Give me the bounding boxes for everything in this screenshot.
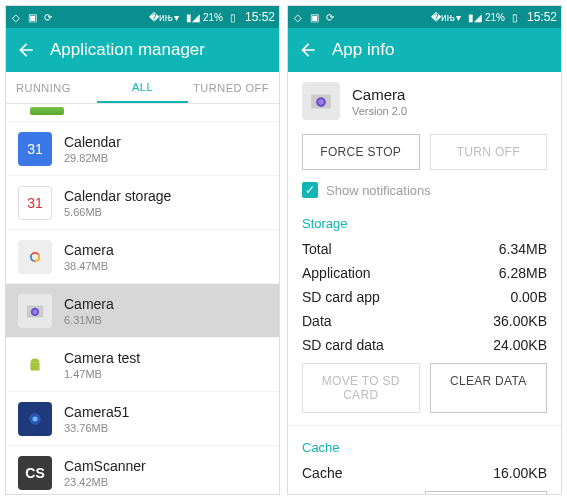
vibrate-icon: �ињ [155, 11, 167, 23]
signal-icon: ▮◢ [187, 11, 199, 23]
tab-turned-off[interactable]: TURNED OFF [188, 74, 279, 102]
page-title: Application manager [50, 40, 205, 60]
storage-data: Data36.00KB [288, 309, 561, 333]
battery-icon: ▯ [509, 11, 521, 23]
divider [288, 425, 561, 426]
list-item[interactable]: 31 Calendar 29.82MB [6, 122, 279, 176]
list-item[interactable]: Camera 38.47MB [6, 230, 279, 284]
clear-cache-button[interactable]: CLEAR CACHE [425, 491, 548, 494]
camera-icon [18, 240, 52, 274]
list-item-selected[interactable]: Camera 6.31MB [6, 284, 279, 338]
battery-icon: ▯ [227, 11, 239, 23]
app-size: 5.66MB [64, 206, 171, 218]
wifi-icon: ▾ [171, 11, 183, 23]
list-item[interactable]: 31 Calendar storage 5.66MB [6, 176, 279, 230]
app-name: Camera [64, 296, 114, 312]
cache-size: Cache16.00KB [288, 461, 561, 485]
battery-percent: 21% [485, 12, 505, 23]
clock: 15:52 [527, 10, 557, 24]
list-item[interactable] [6, 104, 279, 122]
app-version: Version 2.0 [352, 105, 407, 117]
tabs: RUNNING ALL TURNED OFF [6, 72, 279, 104]
show-notifications-row[interactable]: ✓ Show notifications [288, 176, 561, 208]
refresh-icon: ⟳ [42, 11, 54, 23]
app-size: 23.42MB [64, 476, 146, 488]
app-name: Calendar [64, 134, 121, 150]
checkbox-checked-icon[interactable]: ✓ [302, 182, 318, 198]
list-item[interactable]: CS CamScanner 23.42MB [6, 446, 279, 494]
button-row: CLEAR CACHE [288, 485, 561, 494]
vibrate-icon: �ињ [437, 11, 449, 23]
storage-application: Application6.28MB [288, 261, 561, 285]
list-item[interactable]: Camera test 1.47MB [6, 338, 279, 392]
refresh-icon: ⟳ [324, 11, 336, 23]
app-name: Camera [64, 242, 114, 258]
app-list[interactable]: 31 Calendar 29.82MB 31 Calendar storage … [6, 104, 279, 494]
clock: 15:52 [245, 10, 275, 24]
app-size: 29.82MB [64, 152, 121, 164]
camera-notification-icon: ▣ [308, 11, 320, 23]
app-info-content: Camera Version 2.0 FORCE STOP TURN OFF ✓… [288, 72, 561, 494]
storage-sd-data: SD card data24.00KB [288, 333, 561, 357]
app-name: Camera test [64, 350, 140, 366]
action-bar: Application manager [6, 28, 279, 72]
wifi-icon: ▾ [453, 11, 465, 23]
svg-point-10 [33, 416, 38, 421]
app-size: 33.76MB [64, 422, 129, 434]
show-notifications-label: Show notifications [326, 183, 431, 198]
app-size: 6.31MB [64, 314, 114, 326]
button-row: MOVE TO SD CARD CLEAR DATA [288, 357, 561, 419]
app-name: CamScanner [64, 458, 146, 474]
svg-point-5 [33, 309, 38, 314]
app-size: 38.47MB [64, 260, 114, 272]
android-icon [18, 348, 52, 382]
section-storage: Storage [288, 208, 561, 237]
calendar-storage-icon: 31 [18, 186, 52, 220]
signal-icon: ▮◢ [469, 11, 481, 23]
screen-app-info: ◇ ▣ ⟳ �ињ ▾ ▮◢ 21% ▯ 15:52 App info Came… [287, 5, 562, 495]
status-bar: ◇ ▣ ⟳ �ињ ▾ ▮◢ 21% ▯ 15:52 [288, 6, 561, 28]
instagram-icon: ◇ [292, 11, 304, 23]
app-header: Camera Version 2.0 [288, 78, 561, 128]
battery-percent: 21% [203, 12, 223, 23]
back-icon[interactable] [298, 40, 318, 60]
calendar-icon: 31 [18, 132, 52, 166]
app-size: 1.47MB [64, 368, 140, 380]
app-name: Camera [352, 86, 407, 103]
camera51-icon [18, 402, 52, 436]
force-stop-button[interactable]: FORCE STOP [302, 134, 420, 170]
camera-app-icon [18, 294, 52, 328]
svg-rect-6 [30, 362, 39, 370]
camera-app-icon [302, 82, 340, 120]
tab-all[interactable]: ALL [97, 73, 187, 103]
tab-running[interactable]: RUNNING [6, 74, 97, 102]
button-row: FORCE STOP TURN OFF [288, 128, 561, 176]
app-icon-partial [30, 107, 64, 115]
storage-total: Total6.34MB [288, 237, 561, 261]
turn-off-button[interactable]: TURN OFF [430, 134, 548, 170]
app-name: Camera51 [64, 404, 129, 420]
spacer [302, 491, 415, 494]
clear-data-button[interactable]: CLEAR DATA [430, 363, 548, 413]
move-to-sd-button[interactable]: MOVE TO SD CARD [302, 363, 420, 413]
action-bar: App info [288, 28, 561, 72]
camera-notification-icon: ▣ [26, 11, 38, 23]
section-cache: Cache [288, 432, 561, 461]
back-icon[interactable] [16, 40, 36, 60]
app-name: Calendar storage [64, 188, 171, 204]
page-title: App info [332, 40, 394, 60]
svg-point-13 [318, 99, 323, 104]
instagram-icon: ◇ [10, 11, 22, 23]
camscanner-icon: CS [18, 456, 52, 490]
storage-sd-app: SD card app0.00B [288, 285, 561, 309]
status-bar: ◇ ▣ ⟳ �ињ ▾ ▮◢ 21% ▯ 15:52 [6, 6, 279, 28]
screen-application-manager: ◇ ▣ ⟳ �ињ ▾ ▮◢ 21% ▯ 15:52 Application m… [5, 5, 280, 495]
list-item[interactable]: Camera51 33.76MB [6, 392, 279, 446]
